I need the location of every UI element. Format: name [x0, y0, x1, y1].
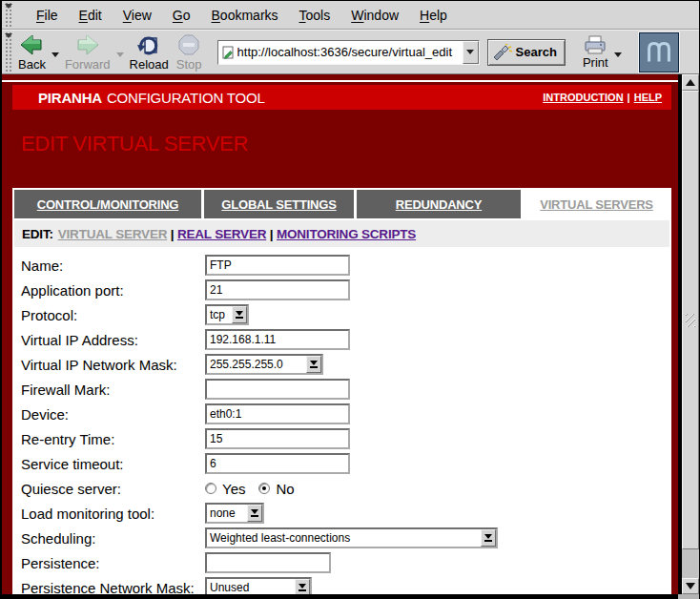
tab-redundancy[interactable]: REDUNDANCY — [357, 190, 521, 218]
select-value: Weighted least-connections — [207, 529, 481, 547]
select-persistence-network-mask[interactable]: Unused — [205, 577, 312, 594]
vertical-scrollbar[interactable] — [682, 74, 699, 594]
select-scheduling[interactable]: Weighted least-connections — [205, 527, 498, 548]
menu-item-window[interactable]: Window — [340, 8, 409, 23]
select-arrow-button[interactable] — [295, 579, 310, 594]
text-input-firewall-mark[interactable] — [205, 379, 350, 400]
select-protocol[interactable]: tcp — [205, 304, 249, 325]
select-arrow-button[interactable] — [232, 306, 247, 323]
scroll-up-button[interactable] — [682, 74, 699, 91]
form-label-virtual-ip-address: Virtual IP Address: — [14, 332, 205, 348]
radio-quiesce-server-no[interactable] — [258, 483, 270, 494]
form-row-virtual-ip-address: Virtual IP Address: — [14, 327, 669, 352]
text-input-virtual-ip-address[interactable] — [205, 329, 350, 350]
select-virtual-ip-network-mask[interactable]: 255.255.255.0 — [205, 354, 323, 375]
collapse-arrow-icon — [5, 4, 12, 9]
chevron-down-icon — [614, 52, 622, 57]
form-row-virtual-ip-network-mask: Virtual IP Network Mask:255.255.255.0 — [14, 352, 669, 377]
help-link[interactable]: HELP — [634, 92, 662, 103]
print-dropdown-arrow[interactable] — [612, 31, 624, 73]
form-label-name: Name: — [14, 258, 205, 274]
menu-item-go[interactable]: Go — [162, 8, 201, 23]
text-input-service-timeout[interactable] — [205, 453, 350, 474]
radio-label-yes: Yes — [222, 481, 245, 497]
url-bar — [217, 40, 480, 65]
select-arrow-button[interactable] — [247, 505, 262, 522]
reload-icon — [136, 33, 161, 56]
url-input[interactable] — [237, 45, 463, 59]
tab-control-monitoring[interactable]: CONTROL/MONITORING — [14, 190, 201, 218]
mozilla-logo[interactable] — [639, 32, 679, 72]
forward-dropdown-arrow[interactable] — [114, 31, 126, 73]
search-button[interactable]: Search — [487, 39, 566, 66]
select-arrow-bar — [310, 366, 318, 368]
subnav-link-real-server[interactable]: REAL SERVER — [177, 227, 266, 241]
tab-label: VIRTUAL SERVERS — [540, 197, 653, 212]
text-input-re-entry-time[interactable] — [205, 428, 350, 449]
scrollbar-thumb[interactable] — [682, 91, 699, 549]
form-control: YesNo — [205, 481, 308, 497]
form-control: none — [205, 503, 264, 524]
form-row-load-monitoring-tool: Load monitoring tool:none — [14, 501, 669, 526]
select-value: 255.255.255.0 — [207, 356, 306, 373]
tab-virtual-servers[interactable]: VIRTUAL SERVERS — [524, 190, 669, 218]
select-value: Unused — [207, 579, 295, 594]
select-arrow-button[interactable] — [481, 529, 496, 547]
menu-item-bookmarks[interactable]: Bookmarks — [201, 8, 289, 23]
radio-quiesce-server-yes[interactable] — [205, 483, 216, 494]
select-arrow-icon — [299, 584, 306, 589]
form-row-protocol: Protocol:tcp — [14, 302, 669, 327]
form-label-persistence-network-mask: Persistence Network Mask: — [14, 580, 205, 595]
link-separator: | — [628, 92, 630, 103]
text-input-device[interactable] — [205, 403, 350, 424]
select-value: tcp — [207, 306, 232, 323]
menu-item-file[interactable]: File — [26, 8, 69, 23]
subnav-link-virtual-server[interactable]: VIRTUAL SERVER — [58, 227, 167, 241]
text-input-name[interactable] — [205, 255, 350, 276]
stop-button[interactable]: Stop — [173, 31, 206, 73]
introduction-link[interactable]: INTRODUCTION — [543, 92, 623, 103]
menubar-grippy[interactable] — [4, 3, 13, 27]
forward-button[interactable]: Forward — [61, 31, 114, 73]
chevron-down-icon — [116, 52, 124, 57]
back-button[interactable]: Back — [14, 31, 50, 73]
tab-label: CONTROL/MONITORING — [37, 197, 179, 212]
back-dropdown-arrow[interactable] — [50, 31, 61, 73]
select-load-monitoring-tool[interactable]: none — [205, 503, 264, 524]
menu-item-tools[interactable]: Tools — [289, 8, 341, 23]
select-arrow-button[interactable] — [306, 356, 321, 373]
print-label: Print — [583, 55, 608, 70]
form-control: tcp — [205, 304, 249, 325]
form-control — [205, 403, 350, 424]
select-value: none — [207, 505, 247, 522]
form-control: 255.255.255.0 — [205, 354, 323, 375]
scroll-down-button[interactable] — [682, 578, 699, 594]
subnav-link-monitoring-scripts[interactable]: MONITORING SCRIPTS — [277, 227, 416, 241]
form-row-name: Name: — [14, 253, 669, 278]
menu-item-help[interactable]: Help — [409, 8, 458, 23]
subnav-prefix: EDIT: — [22, 227, 53, 241]
navigation-toolbar: Back Forward Reload Stop — [2, 30, 699, 74]
scrollbar-track[interactable] — [682, 549, 699, 578]
text-input-persistence[interactable] — [205, 552, 331, 573]
form-control — [205, 255, 350, 276]
header-links: INTRODUCTION|HELP — [543, 92, 671, 103]
page-title: EDIT VIRTUAL SERVER — [21, 132, 248, 156]
form-control — [205, 428, 350, 449]
browser-window: FileEditViewGoBookmarksToolsWindowHelp B… — [0, 0, 700, 599]
reload-button[interactable]: Reload — [126, 31, 173, 73]
stop-label: Stop — [176, 57, 202, 72]
forward-label: Forward — [65, 57, 111, 72]
text-input-application-port[interactable] — [205, 279, 350, 300]
chevron-down-icon — [51, 52, 59, 57]
form-control — [205, 279, 350, 300]
select-arrow-bar — [251, 515, 258, 517]
tab-global-settings[interactable]: GLOBAL SETTINGS — [204, 190, 354, 218]
toolbar-grippy[interactable] — [4, 32, 13, 72]
back-label: Back — [18, 57, 46, 72]
subnav-bar: EDIT:VIRTUAL SERVER | REAL SERVER | MONI… — [14, 220, 669, 247]
url-dropdown-button[interactable] — [463, 41, 479, 64]
menu-item-view[interactable]: View — [113, 8, 162, 23]
print-button[interactable]: Print — [579, 31, 612, 73]
menu-item-edit[interactable]: Edit — [69, 8, 113, 23]
